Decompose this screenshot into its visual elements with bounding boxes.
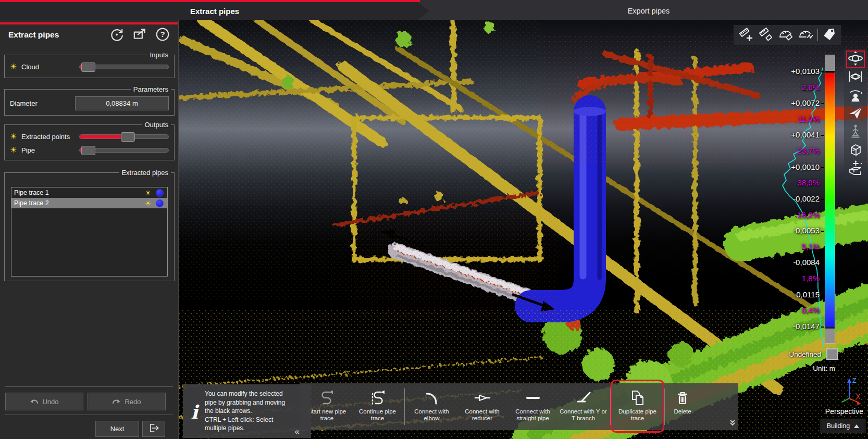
button-label: Connect with Y or T branch bbox=[558, 408, 609, 422]
delete-length-measurement-button[interactable] bbox=[757, 27, 774, 43]
info-icon: i bbox=[187, 388, 202, 435]
visibility-bulb-icon[interactable]: ☀ bbox=[145, 199, 151, 207]
continue-pipe-trace-icon bbox=[368, 387, 387, 408]
point-cloud-scene[interactable] bbox=[179, 20, 868, 439]
toolbar-collapse-button[interactable] bbox=[728, 419, 737, 429]
color-scale-overflow-top bbox=[825, 55, 835, 72]
paper-plane-icon bbox=[848, 105, 863, 123]
wizard-progress-line bbox=[0, 0, 420, 2]
color-scale-overflow-bottom bbox=[825, 328, 835, 343]
view-toolbar bbox=[844, 49, 867, 179]
add-label-button[interactable] bbox=[821, 27, 838, 43]
list-item-pipe-trace-1[interactable]: Pipe trace 1 ☀ bbox=[11, 187, 167, 198]
wizard-step-bar: Extract pipes Export pipes bbox=[0, 0, 868, 20]
view-preset-dropdown[interactable]: Building bbox=[821, 419, 865, 433]
undo-arrow-icon bbox=[30, 397, 39, 406]
fly-mode-button[interactable] bbox=[847, 106, 864, 122]
ruler-eraser-icon bbox=[758, 26, 773, 44]
x-axis-label: X bbox=[856, 393, 860, 400]
view-cube-button[interactable] bbox=[847, 142, 864, 159]
hint-collapse-button[interactable]: « bbox=[295, 427, 300, 437]
connect-with-elbow-button[interactable]: Connect with elbow bbox=[406, 385, 457, 428]
delete-angle-measurement-button[interactable] bbox=[777, 27, 795, 43]
diameter-label: Diameter bbox=[10, 99, 38, 107]
hint-line: You can modify the selected bbox=[205, 390, 308, 398]
toolbar-separator bbox=[610, 388, 611, 425]
extracted-pipes-group: Extracted pipes Pipe trace 1 ☀ Pipe trac… bbox=[4, 169, 175, 281]
pipe-name: Pipe trace 1 bbox=[14, 189, 49, 196]
extracted-points-slider[interactable] bbox=[79, 134, 169, 139]
pipe-color-swatch[interactable] bbox=[156, 199, 164, 207]
tab-extract-pipes[interactable]: Extract pipes bbox=[0, 2, 429, 20]
connect-reducer-icon bbox=[473, 387, 492, 408]
undefined-label: Undefined bbox=[789, 350, 821, 358]
tab-extract-pipes-label: Extract pipes bbox=[190, 7, 239, 16]
diameter-field[interactable] bbox=[75, 96, 169, 110]
hint-line: CTRL + Left click: Select bbox=[205, 416, 308, 424]
walk-person-icon bbox=[848, 123, 863, 141]
person-rotate-icon bbox=[848, 87, 863, 105]
redo-arrow-icon bbox=[112, 397, 121, 406]
toolbar-separator bbox=[817, 29, 818, 41]
add-length-measurement-button[interactable] bbox=[736, 27, 754, 43]
cube-icon bbox=[848, 142, 863, 159]
walk-mode-button[interactable] bbox=[847, 124, 864, 141]
color-scale-gradient bbox=[825, 73, 835, 327]
visibility-bulb-icon[interactable]: ☀ bbox=[145, 189, 151, 197]
slider-thumb[interactable] bbox=[121, 132, 135, 142]
orbit-constrained-mode-button[interactable] bbox=[847, 69, 864, 86]
protractor-eraser-icon bbox=[778, 26, 793, 44]
button-label: Duplicate pipe trace bbox=[612, 408, 663, 422]
application-window: Extract pipes Export pipes Extract pipes bbox=[0, 0, 868, 439]
divider bbox=[5, 415, 173, 415]
undo-label: Undo bbox=[42, 398, 58, 406]
tag-icon bbox=[822, 26, 837, 44]
pipe-color-swatch[interactable] bbox=[156, 189, 164, 197]
exit-step-button[interactable] bbox=[142, 421, 165, 437]
undo-button[interactable]: Undo bbox=[5, 393, 83, 410]
pipe-edit-toolbar: Start new pipe trace Continue pipe trace… bbox=[300, 383, 738, 430]
protractor-wave-icon bbox=[798, 26, 814, 44]
redo-label: Redo bbox=[125, 398, 141, 406]
delete-button[interactable]: Delete bbox=[666, 385, 699, 428]
button-label: Connect with reducer bbox=[457, 408, 507, 422]
color-scale-bar bbox=[825, 55, 835, 344]
outputs-group: Outputs ☀ Extracted points ☀ Pipe bbox=[4, 121, 175, 160]
orbit-constrained-icon bbox=[848, 69, 863, 86]
next-button[interactable]: Next bbox=[95, 421, 139, 437]
tab-export-pipes[interactable]: Export pipes bbox=[429, 2, 868, 20]
toolbar-separator bbox=[664, 388, 665, 425]
visibility-bulb-icon[interactable]: ☀ bbox=[10, 62, 21, 71]
inputs-legend: Inputs bbox=[147, 51, 171, 59]
connect-with-reducer-button[interactable]: Connect with reducer bbox=[457, 385, 507, 428]
reset-button[interactable] bbox=[108, 27, 125, 44]
connect-straight-pipe-icon bbox=[524, 387, 542, 408]
help-button[interactable]: ? bbox=[154, 27, 171, 44]
visibility-bulb-icon[interactable]: ☀ bbox=[10, 145, 21, 155]
list-item-pipe-trace-2[interactable]: Pipe trace 2 ☀ bbox=[11, 198, 167, 208]
z-axis-label: Z bbox=[852, 377, 856, 384]
pipe-name: Pipe trace 2 bbox=[14, 199, 49, 207]
slider-thumb[interactable] bbox=[81, 62, 95, 72]
connect-elbow-icon bbox=[423, 387, 441, 408]
visibility-bulb-icon[interactable]: ☀ bbox=[10, 132, 21, 141]
connect-with-y-t-branch-button[interactable]: Connect with Y or T branch bbox=[558, 385, 609, 428]
clipping-box-button[interactable] bbox=[847, 160, 864, 177]
turn-around-mode-button[interactable] bbox=[847, 87, 864, 104]
add-angle-measurement-button[interactable] bbox=[797, 27, 815, 43]
hint-line: multiple pipes. bbox=[205, 424, 308, 433]
orbit-mode-button[interactable] bbox=[847, 51, 864, 68]
toolbar-separator bbox=[404, 388, 405, 425]
connect-with-straight-pipe-button[interactable]: Connect with straight pipe bbox=[507, 385, 558, 428]
duplicate-pipe-trace-button[interactable]: Duplicate pipe trace bbox=[612, 385, 663, 428]
connect-y-t-branch-icon bbox=[574, 387, 593, 408]
continue-pipe-trace-button[interactable]: Continue pipe trace bbox=[352, 385, 403, 428]
redo-button[interactable]: Redo bbox=[88, 393, 166, 410]
measure-toolbar bbox=[734, 25, 841, 45]
cloud-opacity-slider[interactable] bbox=[79, 65, 169, 69]
slider-thumb[interactable] bbox=[81, 146, 95, 155]
viewport-3d[interactable]: +0,0103 2,6% +0,0072 11,3% +0,0041 23,7%… bbox=[179, 20, 868, 439]
pop-out-button[interactable] bbox=[131, 27, 148, 44]
extracted-pipes-list[interactable]: Pipe trace 1 ☀ Pipe trace 2 ☀ bbox=[11, 187, 168, 277]
pipe-opacity-slider[interactable] bbox=[79, 148, 169, 153]
